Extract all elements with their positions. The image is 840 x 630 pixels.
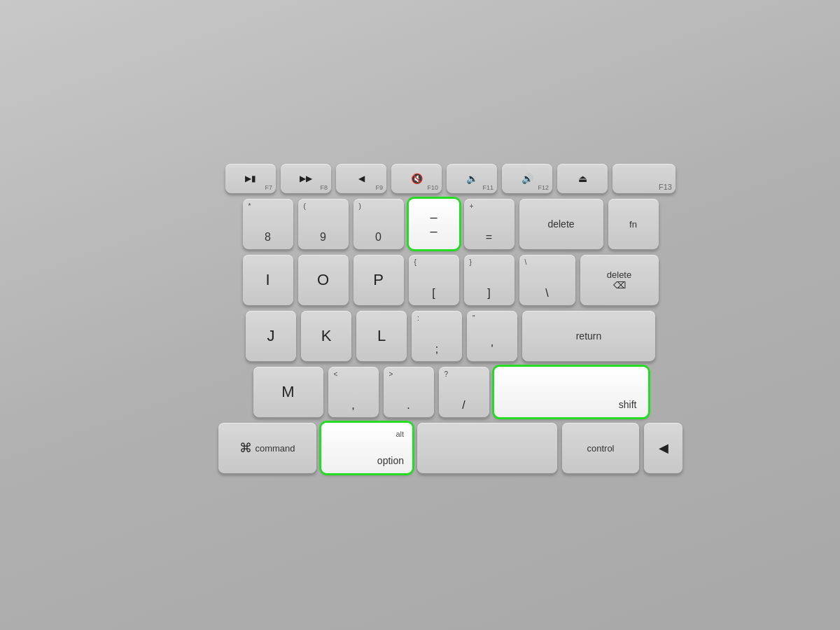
key-control[interactable]: control bbox=[562, 423, 639, 473]
key-0[interactable]: ) 0 bbox=[354, 199, 404, 249]
key-p[interactable]: P bbox=[354, 255, 404, 305]
fn-row: ▶▮ F7 ▶▶ F8 ◀ F9 🔇 F10 🔉 F11 🔊 F12 ⏏ F13 bbox=[14, 164, 826, 193]
key-delete2[interactable]: delete ⌫ bbox=[580, 255, 659, 305]
key-command[interactable]: ⌘ command bbox=[218, 423, 316, 473]
key-f9[interactable]: ◀ F9 bbox=[336, 164, 386, 193]
key-f13[interactable]: F13 bbox=[612, 164, 676, 193]
key-bracket-open[interactable]: { [ bbox=[409, 255, 459, 305]
key-j[interactable]: J bbox=[246, 311, 296, 361]
key-f10[interactable]: 🔇 F10 bbox=[391, 164, 442, 193]
key-f12[interactable]: 🔊 F12 bbox=[502, 164, 552, 193]
key-bracket-close[interactable]: } ] bbox=[464, 255, 514, 305]
key-m[interactable]: M bbox=[253, 367, 323, 417]
key-shift-right[interactable]: shift bbox=[494, 367, 648, 417]
key-option[interactable]: alt option bbox=[321, 423, 412, 473]
key-9[interactable]: ( 9 bbox=[298, 199, 349, 249]
key-fn[interactable]: fn bbox=[608, 199, 659, 249]
key-8[interactable]: * 8 bbox=[243, 199, 293, 249]
key-k[interactable]: K bbox=[301, 311, 351, 361]
key-minus[interactable]: – – bbox=[409, 199, 459, 249]
key-arrow-left[interactable]: ◀ bbox=[644, 423, 682, 473]
key-semicolon[interactable]: : ; bbox=[412, 311, 462, 361]
key-f7[interactable]: ▶▮ F7 bbox=[225, 164, 276, 193]
key-comma[interactable]: < , bbox=[328, 367, 379, 417]
key-f11[interactable]: 🔉 F11 bbox=[447, 164, 497, 193]
keyboard-layout: ▶▮ F7 ▶▶ F8 ◀ F9 🔇 F10 🔉 F11 🔊 F12 ⏏ F13 bbox=[0, 0, 840, 630]
key-period[interactable]: > . bbox=[384, 367, 434, 417]
key-return[interactable]: return bbox=[522, 311, 655, 361]
key-f8[interactable]: ▶▶ F8 bbox=[281, 164, 331, 193]
key-backslash[interactable]: \ \ bbox=[519, 255, 575, 305]
home-row: J K L : ; " ' return bbox=[14, 311, 826, 361]
key-space[interactable] bbox=[417, 423, 557, 473]
key-delete[interactable]: delete bbox=[519, 199, 603, 249]
key-eject[interactable]: ⏏ bbox=[557, 164, 608, 193]
key-equals[interactable]: + = bbox=[464, 199, 514, 249]
number-row: * 8 ( 9 ) 0 – – + = delete bbox=[14, 199, 826, 249]
key-l[interactable]: L bbox=[356, 311, 407, 361]
key-o[interactable]: O bbox=[298, 255, 349, 305]
top-letters-row: I O P { [ } ] \ \ delete ⌫ bbox=[14, 255, 826, 305]
key-i[interactable]: I bbox=[243, 255, 293, 305]
modifier-row: ⌘ command alt option control ◀ bbox=[14, 423, 826, 473]
key-quote[interactable]: " ' bbox=[467, 311, 517, 361]
bottom-letters-row: M < , > . ? / shift bbox=[14, 367, 826, 417]
key-slash[interactable]: ? / bbox=[439, 367, 489, 417]
